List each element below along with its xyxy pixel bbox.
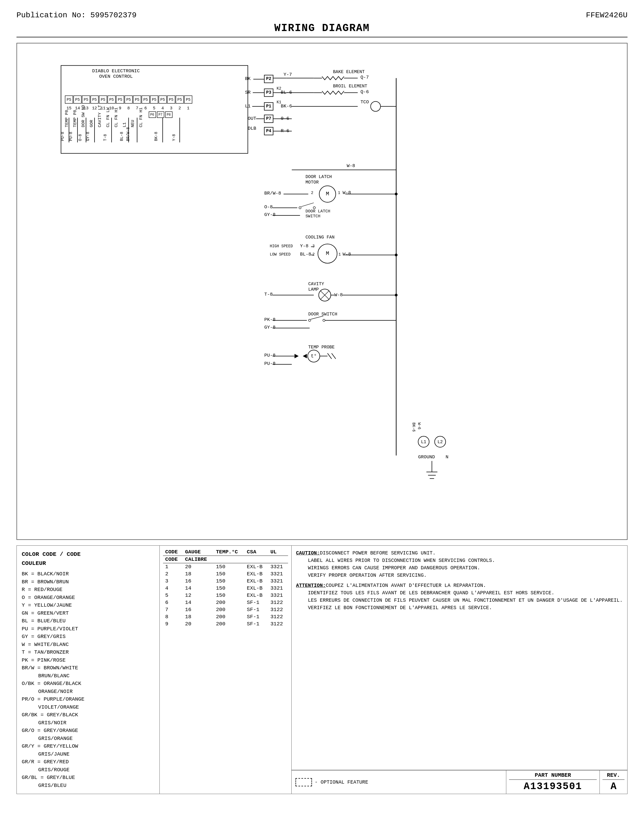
svg-text:L1: L1: [122, 122, 127, 127]
svg-text:DOOR LATCH: DOOR LATCH: [306, 209, 330, 214]
svg-text:P2: P2: [266, 77, 271, 81]
svg-text:MOTOR: MOTOR: [306, 180, 319, 185]
bottom-footer: - OPTIONAL FEATURE PART NUMBER A13193501…: [291, 770, 627, 794]
svg-text:O-8: O-8: [78, 134, 83, 141]
svg-line-192: [327, 353, 331, 359]
part-number-box: PART NUMBER A13193501: [506, 770, 600, 794]
svg-text:PU-8: PU-8: [264, 361, 276, 366]
svg-text:O-8: O-8: [264, 204, 273, 210]
svg-line-193: [331, 353, 336, 359]
table-row: 818200SF-13122: [163, 613, 288, 620]
svg-text:P7: P7: [266, 116, 271, 121]
table-row: 716200SF-13122: [163, 606, 288, 613]
color-code-entries: BK = BLACK/NOIR BR = BROWN/BRUN R = RED/…: [22, 570, 155, 789]
svg-text:L2: L2: [438, 439, 443, 444]
svg-text:P5: P5: [143, 98, 148, 102]
table-row: 414150EXL-B3321: [163, 585, 288, 592]
gauge-col-code2: CODE: [163, 556, 183, 563]
svg-text:GROUND: GROUND: [418, 455, 435, 460]
table-row: 316150EXL-B3321: [163, 577, 288, 585]
table-row: 920200SF-13122: [163, 620, 288, 628]
svg-text:DLB: DLB: [248, 126, 256, 131]
svg-text:BL-8: BL-8: [300, 252, 311, 257]
part-number-value: A13193501: [509, 781, 597, 792]
gauge-table-box: CODE GAUGE TEMP.°C CSA UL CODE CALIBRE 1…: [160, 546, 291, 794]
svg-text:LAMP: LAMP: [308, 287, 319, 292]
page-title: WIRING DIAGRAM: [274, 22, 370, 34]
svg-text:2: 2: [311, 191, 313, 195]
gauge-col-code: CODE: [163, 548, 183, 556]
svg-text:10: 10: [109, 106, 114, 111]
svg-line-143: [301, 203, 314, 207]
caution-text: CAUTION:DISCONNECT POWER BEFORE SERVICIN…: [296, 550, 623, 579]
svg-text:BK-8: BK-8: [154, 132, 158, 141]
svg-text:BK-6: BK-6: [411, 423, 416, 432]
gauge-col-csa: CSA: [245, 548, 268, 556]
table-row: 218150EXL-B3321: [163, 570, 288, 577]
gauge-table: CODE GAUGE TEMP.°C CSA UL CODE CALIBRE 1…: [163, 548, 288, 628]
svg-text:P3: P3: [266, 90, 271, 95]
svg-text:BR/W-8: BR/W-8: [126, 127, 130, 141]
svg-text:5: 5: [153, 106, 155, 111]
svg-text:P5: P5: [109, 98, 114, 102]
rev-label: REV.: [603, 772, 624, 780]
model-number: FFEW2426U: [586, 11, 627, 20]
svg-text:P1: P1: [266, 104, 271, 109]
caution-box: CAUTION:DISCONNECT POWER BEFORE SERVICIN…: [291, 546, 627, 770]
part-number-label: PART NUMBER: [509, 772, 597, 780]
right-panel: CAUTION:DISCONNECT POWER BEFORE SERVICIN…: [291, 546, 627, 794]
svg-text:3: 3: [313, 244, 315, 248]
svg-text:GY-8: GY-8: [86, 132, 90, 141]
svg-text:9: 9: [119, 106, 121, 111]
svg-text:GY-8: GY-8: [264, 325, 276, 330]
table-row: 512150EXL-B3321: [163, 592, 288, 599]
table-row: 614200SF-13122: [163, 599, 288, 606]
svg-text:NEU: NEU: [130, 120, 135, 127]
svg-text:SR: SR: [245, 90, 250, 95]
svg-text:W-6: W-6: [417, 423, 422, 429]
svg-text:t°: t°: [311, 353, 317, 359]
svg-point-174: [395, 294, 397, 297]
svg-text:P5: P5: [186, 98, 190, 102]
svg-text:2: 2: [178, 106, 181, 111]
svg-text:Y-7: Y-7: [284, 72, 292, 77]
svg-text:SWITCH: SWITCH: [306, 214, 320, 219]
svg-text:OUT: OUT: [248, 116, 256, 121]
svg-point-180: [323, 319, 325, 322]
optional-feature-box: - OPTIONAL FEATURE: [291, 770, 506, 794]
svg-point-163: [395, 254, 397, 256]
optional-dashed-box: [296, 778, 312, 786]
svg-text:6: 6: [144, 106, 147, 111]
svg-text:LOW SPEED: LOW SPEED: [270, 252, 291, 257]
svg-text:COOLING FAN: COOLING FAN: [306, 235, 335, 240]
svg-text:L1: L1: [245, 104, 250, 109]
svg-point-112: [371, 101, 380, 111]
svg-text:P5: P5: [75, 98, 80, 102]
svg-text:BK: BK: [245, 76, 251, 81]
svg-text:1: 1: [187, 106, 189, 111]
svg-text:P4: P4: [266, 129, 271, 133]
svg-text:DOOR LATCH: DOOR LATCH: [306, 175, 332, 179]
svg-text:15: 15: [66, 106, 72, 111]
svg-text:11: 11: [101, 106, 106, 111]
bottom-section: COLOR CODE / CODECOULEUR BK = BLACK/NOIR…: [17, 545, 627, 794]
attention-label: ATTENTION:: [296, 583, 326, 588]
svg-marker-187: [294, 354, 299, 358]
svg-text:P5: P5: [84, 98, 88, 102]
svg-text:PK-8: PK-8: [264, 317, 276, 322]
svg-text:GOR: GOR: [89, 120, 94, 127]
svg-text:Q-7: Q-7: [360, 75, 369, 80]
svg-text:BROIL ELEMENT: BROIL ELEMENT: [333, 84, 367, 89]
svg-text:L1: L1: [421, 439, 426, 444]
svg-point-142: [299, 207, 301, 209]
svg-text:T-8: T-8: [103, 134, 107, 141]
svg-text:CAVITY: CAVITY: [308, 282, 324, 286]
wiring-diagram-svg: DIABLO ELECTRONIC OVEN CONTROL TEMP P8 T…: [17, 43, 627, 538]
svg-text:W-8: W-8: [334, 292, 343, 297]
svg-point-178: [309, 319, 311, 322]
svg-text:TEMP PROBE: TEMP PROBE: [308, 345, 335, 350]
gauge-col-gauge: GAUGE: [183, 548, 213, 556]
svg-text:TCO: TCO: [360, 100, 369, 105]
svg-text:M: M: [326, 191, 329, 197]
svg-text:14: 14: [75, 106, 80, 111]
